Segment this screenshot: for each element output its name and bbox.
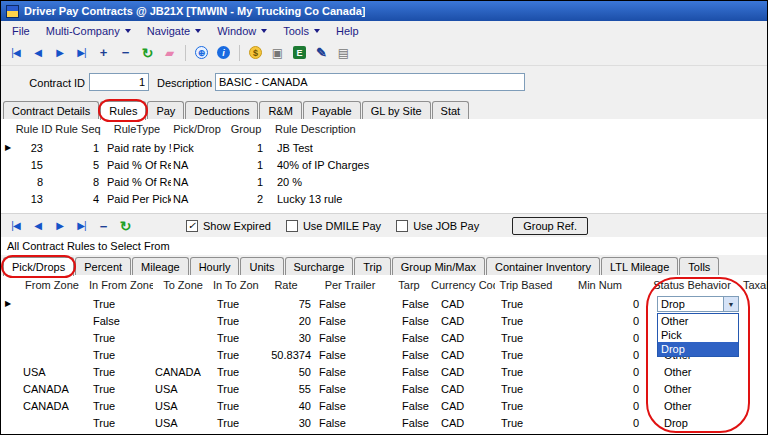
cell-rate[interactable]: 55 (259, 383, 313, 395)
tab-payable[interactable]: Payable (303, 101, 361, 119)
status-behavior-combo[interactable]: Drop ▼ (657, 296, 739, 312)
cell-currency-code[interactable]: CAD (431, 332, 495, 344)
tab-hourly[interactable]: Hourly (190, 257, 240, 275)
cell-pick-drop[interactable]: NA (171, 159, 223, 171)
cell-in-from-zone[interactable]: True (89, 332, 153, 344)
cell-in-to-zone[interactable]: True (213, 349, 259, 361)
cell-rule-type[interactable]: Paid % Of Re (103, 176, 171, 188)
cell-per-trailer[interactable]: False (313, 332, 387, 344)
eraser-button[interactable]: ▰ (160, 43, 179, 62)
table-row[interactable]: False True 20 False False CAD True 0 (1, 312, 767, 329)
cell-per-trailer[interactable]: False (313, 298, 387, 310)
cell-trip-based[interactable]: True (495, 383, 557, 395)
cell-trip-based[interactable]: True (495, 298, 557, 310)
cell-tarp[interactable]: False (387, 400, 431, 412)
show-expired-checkbox[interactable]: ✓ Show Expired (186, 220, 271, 232)
dropdown-option-drop[interactable]: Drop (658, 342, 738, 356)
copy-pages-button[interactable]: ▤ (334, 43, 353, 62)
cell-rate[interactable]: 30 (259, 417, 313, 429)
use-job-pay-checkbox[interactable]: Use JOB Pay (396, 220, 479, 232)
cell-trip-based[interactable]: True (495, 366, 557, 378)
cell-rule-type[interactable]: Paid % Of Re (103, 159, 171, 171)
cell-rate[interactable]: 30 (259, 332, 313, 344)
menu-item-help[interactable]: Help (328, 23, 367, 39)
cell-pick-drop[interactable]: Pick (171, 142, 223, 154)
table-row[interactable]: True USA True 30 False False CAD True 0 … (1, 414, 767, 431)
cell-per-trailer[interactable]: False (313, 417, 387, 429)
cell-in-to-zone[interactable]: True (213, 298, 259, 310)
cell-pick-drop[interactable]: NA (171, 193, 223, 205)
cell-tarp[interactable]: False (387, 417, 431, 429)
cell-per-trailer[interactable]: False (313, 366, 387, 378)
cell-currency-code[interactable]: CAD (431, 383, 495, 395)
tab-pick-drops[interactable]: Pick/Drops (3, 257, 74, 276)
table-row[interactable]: 15 5 Paid % Of Re NA 1 40% of IP Charges (1, 156, 767, 173)
dropdown-option-other[interactable]: Other (658, 314, 738, 328)
last-record-button[interactable]: ▶| (72, 43, 91, 62)
refresh-button[interactable]: ↻ (116, 217, 135, 236)
cell-from-zone[interactable]: CANADA (15, 383, 89, 395)
cell-currency-code[interactable]: CAD (431, 315, 495, 327)
first-record-button[interactable]: |◀ (6, 43, 25, 62)
tab-gl-by-site[interactable]: GL by Site (362, 101, 431, 119)
cell-from-zone[interactable]: CANADA (15, 400, 89, 412)
table-row[interactable]: True True 30 False False CAD True 0 (1, 329, 767, 346)
cell-tarp[interactable]: False (387, 349, 431, 361)
cell-in-from-zone[interactable]: True (89, 383, 153, 395)
table-row[interactable]: ▶ 23 1 Paid rate by ! Pick 1 JB Test (1, 139, 767, 156)
next-record-button[interactable]: ▶ (50, 43, 69, 62)
cell-currency-code[interactable]: CAD (431, 366, 495, 378)
cell-rule-description[interactable]: Lucky 13 rule (269, 193, 767, 205)
cell-in-to-zone[interactable]: True (213, 383, 259, 395)
cell-min-num[interactable]: 0 (557, 349, 643, 361)
menu-item-window[interactable]: Window (209, 23, 275, 39)
cell-group[interactable]: 2 (223, 193, 269, 205)
cell-min-num[interactable]: 0 (557, 315, 643, 327)
cell-rule-id[interactable]: 15 (15, 159, 53, 171)
delete-record-button[interactable]: − (94, 217, 113, 236)
tab-percent[interactable]: Percent (75, 257, 131, 275)
cell-rule-id[interactable]: 8 (15, 176, 53, 188)
last-record-button[interactable]: ▶| (72, 217, 91, 236)
combo-dropdown-button[interactable]: ▼ (723, 297, 738, 311)
cell-from-zone[interactable]: USA (15, 366, 89, 378)
cell-rule-id[interactable]: 23 (15, 142, 53, 154)
cell-currency-code[interactable]: CAD (431, 298, 495, 310)
menu-item-multi-company[interactable]: Multi-Company (38, 23, 139, 39)
cell-in-to-zone[interactable]: True (213, 417, 259, 429)
cell-currency-code[interactable]: CAD (431, 417, 495, 429)
cell-tarp[interactable]: False (387, 332, 431, 344)
cell-to-zone[interactable]: USA (153, 400, 213, 412)
cell-rule-type[interactable]: Paid Per Pick (103, 193, 171, 205)
cell-tarp[interactable]: False (387, 315, 431, 327)
tab-stat[interactable]: Stat (432, 101, 470, 119)
cell-rate[interactable]: 20 (259, 315, 313, 327)
excel-export-button[interactable]: E (290, 43, 309, 62)
cell-group[interactable]: 1 (223, 159, 269, 171)
next-record-button[interactable]: ▶ (50, 217, 69, 236)
table-row[interactable]: CANADA True USA True 55 False False CAD … (1, 380, 767, 397)
cell-in-from-zone[interactable]: False (89, 315, 153, 327)
tab-surcharge[interactable]: Surcharge (285, 257, 354, 275)
cell-in-to-zone[interactable]: True (213, 366, 259, 378)
cell-trip-based[interactable]: True (495, 332, 557, 344)
cell-tarp[interactable]: False (387, 298, 431, 310)
cell-in-from-zone[interactable]: True (89, 298, 153, 310)
cell-rule-type[interactable]: Paid rate by ! (103, 142, 171, 154)
cell-rule-id[interactable]: 13 (15, 193, 53, 205)
cell-trip-based[interactable]: True (495, 400, 557, 412)
tab-trip[interactable]: Trip (354, 257, 391, 275)
tab-rules[interactable]: Rules (100, 101, 146, 120)
cell-status-behavior[interactable]: Other (643, 366, 741, 378)
tab-group-min-max[interactable]: Group Min/Max (392, 257, 485, 275)
group-ref-button[interactable]: Group Ref. (512, 217, 588, 235)
cell-rate[interactable]: 50 (259, 366, 313, 378)
cell-min-num[interactable]: 0 (557, 366, 643, 378)
web-info-button[interactable]: ⊕ (192, 43, 211, 62)
menu-item-tools[interactable]: Tools (275, 23, 328, 39)
cell-tarp[interactable]: False (387, 383, 431, 395)
cell-rule-description[interactable]: JB Test (269, 142, 767, 154)
cell-trip-based[interactable]: True (495, 417, 557, 429)
cell-currency-code[interactable]: CAD (431, 349, 495, 361)
cell-rate[interactable]: 40 (259, 400, 313, 412)
